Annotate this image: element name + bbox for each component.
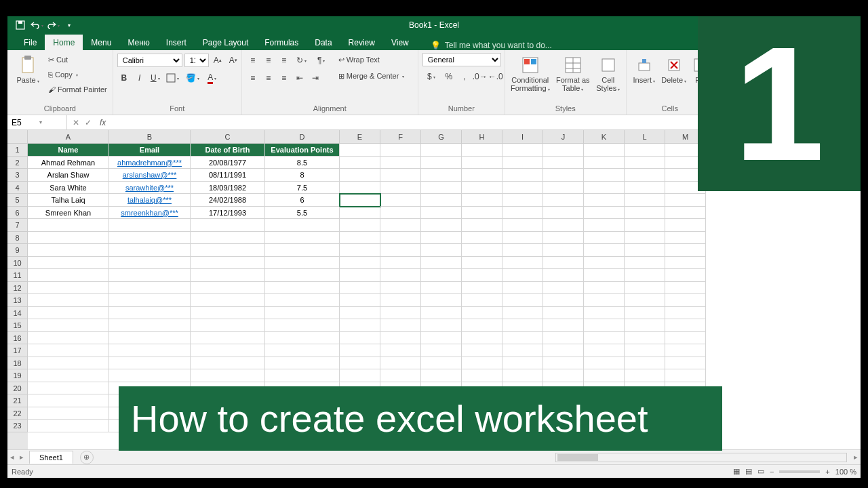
tab-page-layout[interactable]: Page Layout (195, 35, 256, 50)
cell[interactable]: 24/02/1988 (191, 194, 265, 207)
cell[interactable] (462, 257, 502, 270)
cell[interactable] (340, 169, 380, 182)
cell[interactable] (191, 269, 265, 282)
cell[interactable] (665, 357, 706, 370)
cell[interactable] (109, 344, 191, 357)
cell[interactable] (380, 232, 421, 245)
cell[interactable] (380, 344, 421, 357)
tab-view[interactable]: View (383, 35, 417, 50)
format-painter-button[interactable]: 🖌Format Painter (47, 83, 108, 96)
tab-file[interactable]: File (16, 35, 45, 50)
cell[interactable] (462, 144, 502, 157)
cell[interactable] (665, 344, 706, 357)
cell[interactable] (380, 332, 421, 345)
cell[interactable] (625, 269, 665, 282)
cell[interactable] (584, 369, 625, 382)
comma-button[interactable]: , (458, 70, 471, 83)
cell[interactable] (340, 219, 380, 232)
cell[interactable] (265, 294, 340, 307)
text-direction-button[interactable]: ¶ (313, 54, 330, 67)
cell[interactable] (543, 194, 584, 207)
cell[interactable] (502, 257, 543, 270)
cell[interactable] (462, 282, 502, 295)
cell[interactable] (28, 407, 109, 420)
cell[interactable] (340, 294, 380, 307)
cell[interactable] (543, 157, 584, 169)
cell[interactable] (543, 357, 584, 370)
cell[interactable] (265, 269, 340, 282)
cell[interactable]: Sara White (28, 182, 109, 195)
cell[interactable] (28, 319, 109, 332)
font-color-button[interactable]: A (203, 71, 221, 85)
cell[interactable] (380, 219, 421, 232)
underline-button[interactable]: U (149, 71, 162, 85)
tab-data[interactable]: Data (307, 35, 340, 50)
cell[interactable] (543, 282, 584, 295)
cell[interactable] (665, 294, 706, 307)
format-as-table-button[interactable]: Format as Table (554, 53, 592, 94)
zoom-slider[interactable] (779, 470, 820, 473)
cell[interactable] (665, 307, 706, 320)
font-size-select[interactable]: 11 (184, 54, 209, 67)
cell[interactable] (543, 244, 584, 257)
cell[interactable] (191, 244, 265, 257)
cell[interactable] (584, 319, 625, 332)
cell[interactable] (191, 219, 265, 232)
undo-button[interactable] (29, 18, 44, 33)
cell[interactable] (625, 244, 665, 257)
cell[interactable] (421, 332, 462, 345)
cell[interactable] (502, 244, 543, 257)
cell[interactable] (462, 244, 502, 257)
cell[interactable] (421, 319, 462, 332)
decrease-indent-button[interactable]: ⇤ (293, 71, 307, 85)
cell[interactable] (109, 257, 191, 270)
cell[interactable] (462, 182, 502, 195)
cell[interactable] (28, 294, 109, 307)
column-header[interactable]: L (625, 130, 665, 144)
cell[interactable] (340, 182, 380, 195)
cell[interactable] (191, 357, 265, 370)
cell[interactable] (625, 294, 665, 307)
cell[interactable]: talhalaiq@*** (109, 194, 191, 207)
cell[interactable] (665, 207, 706, 220)
redo-button[interactable] (45, 18, 60, 33)
cell[interactable] (265, 282, 340, 295)
column-header[interactable]: G (421, 130, 462, 144)
cell[interactable] (28, 232, 109, 245)
cell[interactable] (584, 182, 625, 195)
conditional-formatting-button[interactable]: Conditional Formatting (509, 53, 551, 94)
cell[interactable] (380, 294, 421, 307)
cell[interactable] (28, 269, 109, 282)
row-header[interactable]: 2 (7, 157, 28, 169)
align-top-button[interactable]: ≡ (246, 54, 260, 67)
cell[interactable] (109, 357, 191, 370)
tab-formulas[interactable]: Formulas (256, 35, 307, 50)
cell[interactable] (340, 307, 380, 320)
paste-button[interactable]: Paste (12, 53, 44, 85)
orientation-button[interactable]: ↻ (293, 54, 311, 67)
cell[interactable] (625, 282, 665, 295)
cell[interactable] (462, 194, 502, 207)
copy-button[interactable]: ⎘Copy (47, 68, 108, 81)
align-right-button[interactable]: ≡ (277, 71, 291, 85)
cell[interactable] (421, 307, 462, 320)
zoom-in-button[interactable]: + (825, 468, 829, 476)
cell[interactable] (584, 269, 625, 282)
increase-font-button[interactable]: A▴ (211, 54, 224, 67)
save-icon[interactable] (13, 18, 28, 33)
cell[interactable] (380, 269, 421, 282)
decrease-font-button[interactable]: A▾ (226, 54, 240, 67)
cell[interactable] (502, 269, 543, 282)
cell[interactable]: Name (28, 144, 109, 157)
row-header[interactable]: 12 (7, 282, 28, 295)
cell[interactable] (340, 157, 380, 169)
cell[interactable] (625, 319, 665, 332)
cell[interactable] (502, 144, 543, 157)
cell[interactable] (191, 282, 265, 295)
view-page-layout-icon[interactable]: ▤ (745, 467, 752, 476)
cell[interactable] (584, 207, 625, 220)
column-header[interactable]: K (584, 130, 625, 144)
cell[interactable] (191, 307, 265, 320)
cell[interactable] (380, 282, 421, 295)
column-header[interactable]: J (543, 130, 584, 144)
